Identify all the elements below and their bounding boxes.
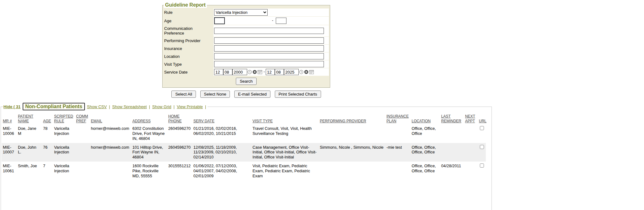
age-from-input[interactable] (214, 17, 225, 24)
service-date-label: Service Date (164, 68, 213, 76)
form-row-visit-type: Visit Type (164, 60, 329, 68)
column-header-insurance-plan[interactable]: INSURANCE PLAN (386, 114, 409, 123)
select-all-button[interactable]: Select All (171, 91, 196, 98)
link-separator: | (149, 104, 150, 109)
column-header-last-reminder[interactable]: LAST REMINDER (441, 114, 461, 123)
cell-mr: MIE-10006 (2, 124, 17, 143)
cell-next-appt (464, 124, 478, 143)
column-header-comm-pref[interactable]: COMM PREF (76, 114, 88, 123)
service-date-from-clock-icon[interactable] (247, 70, 252, 74)
column-header-address[interactable]: ADDRESS (132, 119, 151, 123)
patients-table-header-row: MR # PATIENT NAME AGE SCRIPTED RULE COMM… (2, 111, 486, 124)
email-selected-button[interactable]: E-mail Selected (234, 91, 270, 98)
show-spreadsheet-link[interactable]: Show Spreadsheet (112, 104, 147, 109)
cell-serv-date: 01/06/2022, 07/12/2003, 04/01/2007, 04/0… (192, 162, 251, 180)
age-to-input[interactable] (276, 18, 286, 24)
non-compliant-patients-panel: Hide ( 31 Non-Compliant Patients Show CS… (1, 103, 492, 210)
search-button[interactable]: Search (236, 78, 256, 85)
cell-comm-pref (75, 124, 90, 143)
cell-scripted-rule: Varicella Injection (53, 124, 75, 143)
service-date-to-day-input[interactable] (275, 69, 284, 75)
cell-performing-provider (319, 124, 385, 143)
column-header-performing-provider[interactable]: PERFORMING PROVIDER (320, 119, 366, 123)
url-checkbox[interactable] (480, 145, 484, 149)
column-header-visit-type[interactable]: VISIT TYPE (253, 119, 273, 123)
cell-serv-date: 01/21/2016, 02/02/2016, 06/02/2020, 10/2… (192, 124, 251, 143)
cell-patient-name: Doe, John L. (17, 143, 42, 162)
column-header-url[interactable]: URL (479, 119, 486, 123)
visit-type-input[interactable] (214, 61, 324, 67)
cell-mr: MIE-10007 (2, 143, 17, 162)
service-date-from-calendar-icon[interactable] (258, 70, 262, 74)
cell-email (90, 162, 131, 180)
cell-patient-name: Doe, Jane M (17, 124, 42, 143)
cell-next-appt (464, 143, 478, 162)
patient-row: MIE-10006 Doe, Jane M 78 Varicella Injec… (2, 124, 486, 143)
cell-email: horner@mieweb.com (90, 143, 131, 162)
form-row-insurance: Insurance (164, 45, 329, 52)
form-row-age: Age - (164, 17, 329, 25)
select-none-button[interactable]: Select None (200, 91, 230, 98)
url-checkbox[interactable] (480, 126, 484, 130)
service-date-from-year-input[interactable] (232, 69, 247, 75)
section-title-box: Non-Compliant Patients (23, 103, 85, 110)
cell-insurance-plan: -mie test (385, 143, 410, 162)
service-date-from-day-input[interactable] (223, 69, 232, 75)
cell-comm-pref (75, 162, 90, 180)
view-printable-link[interactable]: View Printable (177, 104, 203, 109)
cell-email: horner@mieweb.com (90, 124, 131, 143)
column-header-email[interactable]: EMAIL (91, 119, 102, 123)
cell-performing-provider (319, 162, 385, 180)
print-selected-charts-button[interactable]: Print Selected Charts (275, 91, 321, 98)
cell-location: Office, Office, Office, Office (410, 162, 440, 180)
service-date-from-month-input[interactable] (214, 69, 223, 75)
cell-url (478, 162, 486, 180)
show-csv-link[interactable]: Show CSV (87, 104, 107, 109)
service-date-to-clock-icon[interactable] (299, 70, 303, 74)
cell-last-reminder: 04/28/2011 (440, 162, 464, 180)
column-header-mr[interactable]: MR # (3, 119, 12, 123)
hide-link[interactable]: Hide ( 31 (3, 104, 20, 109)
service-date-to-year-input[interactable] (284, 69, 299, 75)
guideline-report-title: Guideline Report (164, 2, 207, 8)
url-checkbox[interactable] (480, 163, 484, 168)
patient-row: MIE-10061 Smith, Joe 7 Varicella Injecti… (2, 162, 486, 180)
insurance-input[interactable] (214, 45, 324, 52)
location-input[interactable] (214, 53, 324, 59)
column-header-scripted-rule[interactable]: SCRIPTED RULE (54, 114, 73, 123)
rule-select[interactable]: Varicella Injection (214, 9, 268, 16)
patient-row: MIE-10007 Doe, John L. 76 Varicella Inje… (2, 143, 486, 162)
link-separator: | (174, 104, 175, 109)
column-header-age[interactable]: AGE (43, 119, 51, 123)
cell-comm-pref (75, 143, 90, 162)
performing-provider-input[interactable] (214, 37, 324, 44)
cell-location: Office, Office, Office, Office (410, 143, 440, 162)
age-separator: - (272, 18, 273, 23)
link-separator: | (109, 104, 110, 109)
service-date-separator: - (264, 69, 265, 74)
service-date-from-clear-icon[interactable] (253, 70, 257, 74)
patients-table: MR # PATIENT NAME AGE SCRIPTED RULE COMM… (2, 111, 486, 180)
column-header-serv-date[interactable]: SERV DATE (193, 119, 214, 123)
non-compliant-patients-legend: Hide ( 31 Non-Compliant Patients Show CS… (3, 103, 208, 110)
cell-next-appt (464, 162, 478, 180)
column-header-patient-name[interactable]: PATIENT NAME (18, 114, 33, 123)
communication-preference-input[interactable] (214, 28, 324, 34)
cell-insurance-plan (385, 124, 410, 143)
cell-address: 1600 Rockville Pike, Rockville MD, 55555 (131, 162, 167, 180)
service-date-to-clear-icon[interactable] (304, 70, 308, 74)
column-header-location[interactable]: LOCATION (412, 119, 430, 123)
cell-mr: MIE-10061 (2, 162, 17, 180)
service-date-to-calendar-icon[interactable] (309, 70, 314, 74)
column-header-next-appt[interactable]: NEXT APPT (465, 114, 475, 123)
column-header-home-phone[interactable]: HOME PHONE (168, 114, 182, 123)
rule-label: Rule (164, 8, 213, 16)
link-separator: | (205, 104, 206, 109)
cell-serv-date: 12/08/2025, 11/18/2009, 11/23/2009, 02/1… (192, 143, 251, 162)
cell-home-phone: 2604596270 (167, 124, 192, 143)
service-date-to-month-input[interactable] (266, 69, 275, 75)
cell-age: 76 (42, 143, 53, 162)
cell-url (478, 143, 486, 162)
show-grid-link[interactable]: Show Grid (152, 104, 171, 109)
cell-insurance-plan (385, 162, 410, 180)
